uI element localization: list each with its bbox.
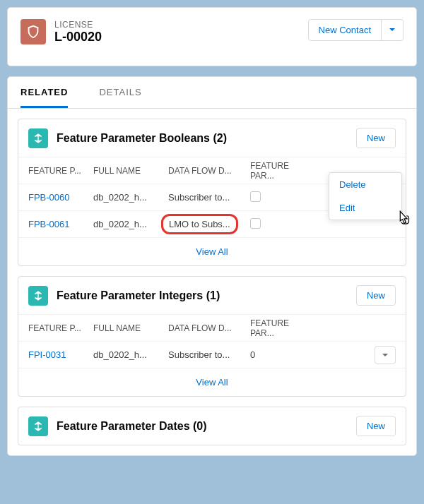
record-link[interactable]: FPB-0061 xyxy=(28,219,93,229)
cell-full-name: db_0202_h... xyxy=(93,349,168,360)
view-all-integers-link[interactable]: View All xyxy=(196,377,228,388)
cursor-icon xyxy=(395,209,413,227)
highlighted-flow-cell: LMO to Subs... xyxy=(161,214,238,234)
license-record-icon xyxy=(20,19,46,44)
col-full-name: FULL NAME xyxy=(93,166,168,176)
section-dates: Feature Parameter Dates (0) New xyxy=(18,407,406,445)
record-link[interactable]: FPI-0031 xyxy=(28,349,93,360)
section-booleans-title: Feature Parameter Booleans (2) xyxy=(57,132,227,145)
tab-details[interactable]: DETAILS xyxy=(99,77,141,108)
header-actions-dropdown[interactable] xyxy=(382,19,404,41)
menu-item-edit[interactable]: Edit xyxy=(329,196,401,220)
row-actions-button[interactable] xyxy=(375,346,396,364)
new-boolean-button[interactable]: New xyxy=(356,128,396,148)
view-all-booleans-link[interactable]: View All xyxy=(196,246,228,257)
new-date-button[interactable]: New xyxy=(356,416,396,436)
cell-flow: Subscriber to... xyxy=(168,192,250,203)
tab-related[interactable]: RELATED xyxy=(20,77,68,108)
feature-param-icon xyxy=(28,416,48,436)
col-data-flow: DATA FLOW D... xyxy=(168,323,250,333)
new-contact-button[interactable]: New Contact xyxy=(308,19,382,41)
record-header: LICENSE L-00020 New Contact xyxy=(7,7,417,66)
col-feature-p: FEATURE P... xyxy=(28,323,93,333)
section-integers: Feature Parameter Integers (1) New FEATU… xyxy=(18,276,406,397)
new-integer-button[interactable]: New xyxy=(356,285,396,306)
chevron-down-icon xyxy=(389,26,396,33)
cell-flow: Subscriber to... xyxy=(168,349,250,360)
cell-full-name: db_0202_h... xyxy=(93,192,168,203)
feature-param-icon xyxy=(28,128,48,148)
col-full-name: FULL NAME xyxy=(93,323,168,333)
col-feature-p: FEATURE P... xyxy=(28,166,93,176)
col-feature-par: FEATURE PAR... xyxy=(250,318,315,338)
menu-item-delete[interactable]: Delete xyxy=(329,173,401,196)
col-feature-par: FEATURE PAR... xyxy=(250,161,315,181)
section-integers-title: Feature Parameter Integers (1) xyxy=(57,289,220,302)
col-data-flow: DATA FLOW D... xyxy=(168,166,250,176)
row-action-menu: Delete Edit xyxy=(329,172,402,220)
checkbox[interactable] xyxy=(250,218,261,229)
record-name: L-00020 xyxy=(54,30,102,44)
main-panel: RELATED DETAILS Feature Parameter Boolea… xyxy=(7,76,417,456)
cell-value: 0 xyxy=(250,349,315,360)
checkbox[interactable] xyxy=(250,191,261,202)
record-link[interactable]: FPB-0060 xyxy=(28,192,93,203)
object-label: LICENSE xyxy=(54,20,102,30)
table-header-row: FEATURE P... FULL NAME DATA FLOW D... FE… xyxy=(18,314,406,341)
chevron-down-icon xyxy=(382,352,389,359)
table-row: FPI-0031 db_0202_h... Subscriber to... 0 xyxy=(18,341,406,368)
tab-bar: RELATED DETAILS xyxy=(8,77,416,109)
feature-param-icon xyxy=(28,286,48,306)
section-dates-title: Feature Parameter Dates (0) xyxy=(57,420,207,433)
cell-full-name: db_0202_h... xyxy=(93,219,168,229)
